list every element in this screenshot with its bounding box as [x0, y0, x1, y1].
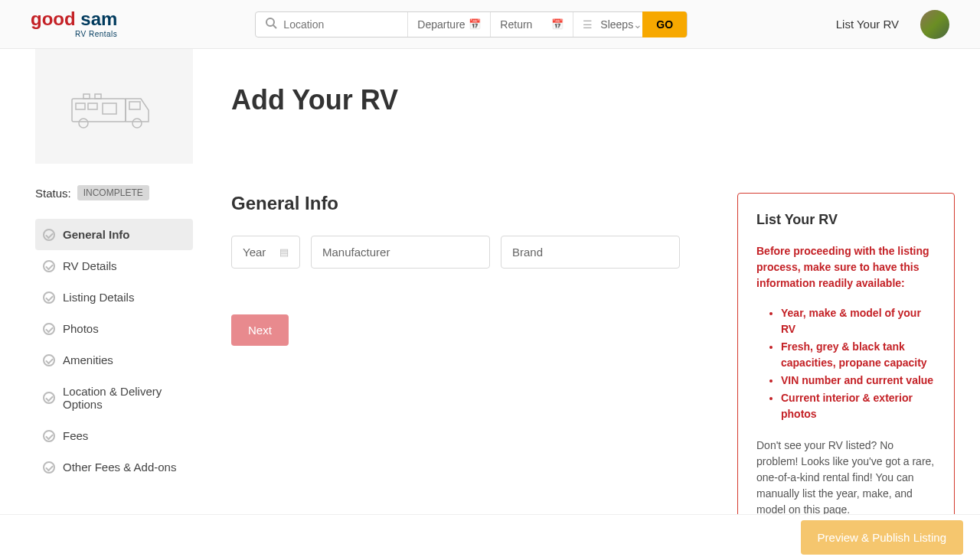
departure-label: Departure [417, 18, 465, 31]
svg-rect-2 [72, 99, 126, 122]
info-para-1: Don't see your RV listed? No problem! Lo… [756, 438, 936, 518]
form-row: Year ▤ Manufacturer Brand [231, 236, 680, 269]
nav-label: Other Fees & Add-ons [63, 461, 176, 474]
info-box-intro: Before proceeding with the listing proce… [756, 243, 936, 291]
nav-listing-details[interactable]: Listing Details [35, 282, 193, 313]
svg-point-7 [79, 119, 88, 128]
manufacturer-placeholder: Manufacturer [322, 246, 390, 259]
form-column: General Info Year ▤ Manufacturer Brand N… [231, 193, 680, 560]
nav-photos[interactable]: Photos [35, 313, 193, 344]
svg-point-8 [132, 119, 142, 128]
avatar[interactable] [920, 10, 949, 39]
nav-other-fees[interactable]: Other Fees & Add-ons [35, 451, 193, 483]
check-circle-icon [43, 461, 55, 474]
calendar-icon: 📅 [469, 18, 481, 30]
svg-rect-6 [129, 102, 140, 109]
main-content: Add Your RV General Info Year ▤ Manufact… [193, 49, 980, 560]
logo[interactable]: good sam RV Rentals [31, 10, 117, 38]
go-button[interactable]: GO [642, 11, 687, 37]
info-list: Year, make & model of your RV Fresh, gre… [756, 305, 936, 422]
nav-label: Fees [63, 429, 88, 442]
bed-icon: ☰ [583, 18, 593, 31]
rv-preview-image [35, 49, 193, 164]
nav-label: Listing Details [63, 291, 134, 304]
location-segment[interactable] [256, 12, 408, 37]
check-circle-icon [43, 260, 55, 272]
logo-sam: sam [76, 8, 118, 29]
header: good sam RV Rentals Departure 📅 Return 📅… [0, 0, 980, 49]
departure-segment[interactable]: Departure 📅 [408, 12, 491, 37]
return-label: Return [500, 18, 532, 31]
sleeps-label: Sleeps [600, 18, 633, 31]
info-box: List Your RV Before proceeding with the … [737, 193, 955, 560]
check-circle-icon [43, 354, 55, 366]
info-box-title: List Your RV [756, 212, 936, 228]
info-list-item: Year, make & model of your RV [781, 305, 936, 337]
svg-rect-10 [95, 94, 101, 99]
manufacturer-field[interactable]: Manufacturer [311, 236, 490, 269]
check-circle-icon [43, 291, 55, 304]
nav-list: General Info RV Details Listing Details … [35, 219, 193, 483]
calendar-icon: 📅 [551, 18, 564, 30]
brand-field[interactable]: Brand [501, 236, 680, 269]
check-circle-icon [43, 392, 55, 404]
svg-rect-5 [103, 103, 116, 114]
info-list-item: Fresh, grey & black tank capacities, pro… [781, 339, 936, 371]
search-bar: Departure 📅 Return 📅 ☰ Sleeps ⌄ GO [255, 11, 688, 37]
return-segment[interactable]: Return 📅 [491, 12, 573, 37]
info-list-item: Current interior & exterior photos [781, 390, 936, 422]
nav-label: General Info [63, 228, 130, 241]
nav-label: Amenities [63, 353, 113, 366]
year-placeholder: Year [243, 246, 266, 259]
logo-subtitle: RV Rentals [31, 30, 117, 38]
rv-illustration-icon [68, 83, 160, 129]
location-input[interactable] [283, 18, 398, 31]
check-circle-icon [43, 229, 55, 241]
nav-fees[interactable]: Fees [35, 420, 193, 451]
svg-rect-3 [76, 103, 85, 109]
svg-line-1 [273, 25, 276, 28]
sleeps-segment[interactable]: ☰ Sleeps ⌄ [573, 12, 642, 37]
svg-rect-4 [88, 103, 97, 109]
preview-publish-button[interactable]: Preview & Publish Listing [801, 520, 963, 555]
brand-placeholder: Brand [512, 246, 543, 259]
section-title: General Info [231, 193, 680, 214]
nav-label: Location & Delivery Options [63, 385, 185, 411]
check-circle-icon [43, 323, 55, 335]
page-title: Add Your RV [231, 84, 955, 116]
status-row: Status: INCOMPLETE [35, 185, 193, 200]
sidebar: Status: INCOMPLETE General Info RV Detai… [0, 49, 193, 560]
svg-point-0 [266, 18, 274, 26]
status-label: Status: [35, 187, 71, 200]
search-icon [265, 17, 277, 32]
next-button[interactable]: Next [231, 314, 289, 346]
list-rv-link[interactable]: List Your RV [836, 18, 899, 31]
chevron-down-icon: ⌄ [633, 18, 642, 31]
nav-amenities[interactable]: Amenities [35, 344, 193, 376]
year-field[interactable]: Year ▤ [231, 236, 300, 269]
list-icon: ▤ [279, 246, 289, 258]
nav-general-info[interactable]: General Info [35, 219, 193, 250]
footer: Preview & Publish Listing [0, 514, 980, 560]
nav-location-delivery[interactable]: Location & Delivery Options [35, 376, 193, 420]
nav-label: Photos [63, 322, 99, 335]
logo-good: good [31, 8, 76, 29]
svg-rect-9 [83, 94, 90, 99]
nav-rv-details[interactable]: RV Details [35, 250, 193, 282]
nav-label: RV Details [63, 259, 117, 272]
check-circle-icon [43, 430, 55, 442]
status-badge: INCOMPLETE [77, 185, 149, 200]
info-list-item: VIN number and current value [781, 373, 936, 389]
